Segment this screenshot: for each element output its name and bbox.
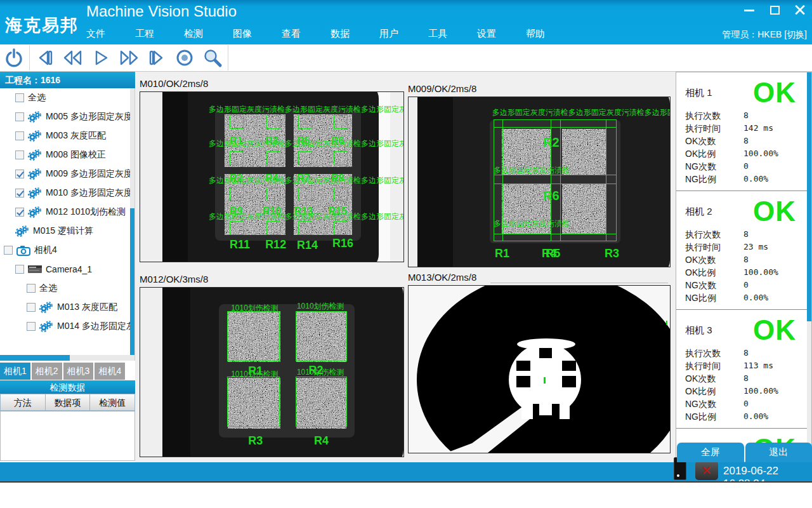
maximize-button[interactable]	[766, 3, 783, 18]
checkbox-checked[interactable]	[15, 170, 24, 178]
stat-row: NG次数0	[685, 161, 805, 174]
tree-item-M012[interactable]: M012 1010划伤检测	[0, 203, 134, 222]
annotation-box	[266, 221, 280, 235]
switch-user-link[interactable]: [切换]	[784, 29, 807, 39]
fast-forward-button[interactable]	[115, 45, 143, 70]
tree-item-M014[interactable]: M014 多边形固定灰度污渍检	[0, 317, 134, 336]
stat-value: 100.00%	[743, 267, 778, 280]
checkbox-unchecked[interactable]	[27, 322, 36, 331]
stat-label: OK次数	[685, 373, 743, 386]
status-bar: ✕ 2019-06-22 16:08:34	[0, 462, 812, 481]
checkbox-unchecked[interactable]	[15, 131, 24, 140]
tree-item-label: M003 灰度匹配	[46, 130, 106, 142]
menu-item-文件[interactable]: 文件	[86, 28, 105, 40]
menu-item-查看[interactable]: 查看	[282, 28, 301, 40]
power-button[interactable]	[0, 45, 28, 70]
tab-相机3[interactable]: 相机3	[63, 363, 94, 380]
stat-row: OK比例100.00%	[685, 267, 805, 280]
minimize-button[interactable]	[741, 3, 757, 18]
scrollbar-thumb[interactable]	[0, 355, 70, 361]
camera-view-m009: M009/OK/2ms/8 多边形固定灰度污渍检多边形固定灰度污渍检多边形固定灰…	[408, 83, 671, 267]
zoom-button[interactable]	[199, 45, 226, 70]
checkbox-unchecked[interactable]	[15, 112, 24, 121]
checkbox-unchecked[interactable]	[15, 150, 24, 159]
annotation-overlay	[409, 286, 670, 453]
tree-item-M013[interactable]: M013 灰度匹配	[0, 298, 134, 317]
annotation-label: R11	[230, 238, 250, 251]
camera-image-m012[interactable]: 1010划伤检测1010划伤检测1010划伤检测1010划伤检测R1R2R3R4	[140, 287, 404, 457]
tree-item-M015[interactable]: M015 逻辑计算	[0, 222, 134, 241]
gear-icon-wrap	[28, 149, 42, 161]
title-underline	[490, 283, 668, 283]
gear-icon	[28, 187, 42, 199]
stat-label: 执行时间	[685, 361, 743, 373]
camera-name: 相机 3	[685, 324, 712, 337]
record-button[interactable]	[171, 45, 199, 70]
annotation-overlay: 多边形固定灰度污渍检多边形固定灰度污渍检多边形固定灰度污渍检多边形固定灰度污渍检…	[409, 97, 670, 267]
camera-image-m009[interactable]: 多边形固定灰度污渍检多边形固定灰度污渍检多边形固定灰度污渍检多边形固定灰度污渍检…	[408, 97, 671, 267]
tree-item-M008[interactable]: M008 图像校正	[0, 145, 134, 164]
camera-views-area: M010/OK/2ms/8 多边形固定灰度污渍检多边形固定灰度污渍检多边形固定灰…	[135, 72, 676, 462]
tab-相机2[interactable]: 相机2	[32, 363, 62, 380]
tree-item-Camera4_1[interactable]: Camera4_1	[0, 260, 134, 279]
skip-start-button[interactable]	[31, 45, 59, 70]
menu-item-检测[interactable]: 检测	[184, 28, 203, 40]
exit-button[interactable]: 退出	[745, 443, 812, 462]
tree-item-全选[interactable]: 全选	[0, 88, 134, 107]
tree-item-label: Camera4_1	[46, 264, 92, 274]
tree-horizontal-scrollbar[interactable]	[0, 355, 135, 361]
tab-相机4[interactable]: 相机4	[95, 363, 125, 380]
menu-item-工具[interactable]: 工具	[428, 28, 447, 40]
stat-label: NG次数	[685, 161, 743, 174]
tab-相机1[interactable]: 相机1	[0, 363, 30, 380]
menu-item-图像[interactable]: 图像	[233, 28, 252, 40]
scrollbar-thumb[interactable]	[130, 208, 134, 355]
title-bar: 海克易邦 Machine Vision Studio ✕ 文件工程检测图像查看数…	[0, 0, 812, 44]
close-button[interactable]: ✕	[792, 3, 808, 18]
checkbox-checked[interactable]	[15, 189, 24, 197]
tree-vertical-scrollbar[interactable]	[130, 88, 134, 355]
checkbox-unchecked[interactable]	[15, 93, 24, 102]
stat-label: 执行次数	[685, 229, 743, 242]
annotation-box	[298, 221, 312, 235]
rewind-button[interactable]	[59, 45, 87, 70]
tree-item-全选[interactable]: 全选	[0, 279, 134, 298]
checkbox-unchecked[interactable]	[27, 303, 36, 312]
stat-value: 100.00%	[743, 149, 778, 161]
skip-end-button[interactable]	[143, 45, 171, 70]
stats-scrollbar[interactable]	[807, 72, 811, 462]
stat-label: 执行次数	[685, 110, 743, 123]
tree-item-M010[interactable]: M010 多边形固定灰度污渍检	[0, 184, 134, 203]
tree-item-M009[interactable]: M009 多边形固定灰度污渍检	[0, 164, 134, 184]
checkbox-checked[interactable]	[15, 208, 24, 217]
gear-icon	[39, 302, 53, 313]
play-button[interactable]	[87, 45, 115, 70]
gear-icon	[28, 149, 42, 161]
stat-row: OK次数8	[685, 255, 805, 267]
checkbox-unchecked[interactable]	[27, 284, 36, 293]
stats-group-相机3: 相机 3OK执行次数8执行时间113 msOK次数8OK比例100.00%NG次…	[676, 310, 811, 429]
annotation-overlay: 多边形固定灰度污渍检多边形固定灰度污渍检多边形固定灰度污渍检R1R3R5R6多边…	[140, 92, 403, 262]
checkbox-unchecked[interactable]	[15, 265, 24, 274]
menu-item-数据[interactable]: 数据	[331, 28, 350, 40]
tree-item-相机4[interactable]: 相机4	[0, 241, 134, 260]
menu-item-用户[interactable]: 用户	[379, 28, 398, 40]
stat-label: OK次数	[685, 136, 743, 149]
tree-item-M005[interactable]: M005 多边形固定灰度污渍检	[0, 107, 134, 126]
camera-image-m013[interactable]	[408, 285, 671, 453]
scrollbar-thumb[interactable]	[807, 72, 811, 321]
annotation-box	[266, 187, 280, 201]
annotation-hl	[494, 234, 617, 234]
annotation-label: R1	[495, 247, 509, 260]
checkbox-unchecked[interactable]	[4, 246, 13, 255]
tree-item-label: 全选	[39, 283, 57, 294]
camera-image-m010[interactable]: 多边形固定灰度污渍检多边形固定灰度污渍检多边形固定灰度污渍检R1R3R5R6多边…	[140, 91, 404, 262]
menu-item-工程[interactable]: 工程	[135, 28, 154, 40]
menu-item-帮助[interactable]: 帮助	[526, 28, 545, 40]
menu-item-设置[interactable]: 设置	[477, 28, 496, 40]
tree-item-label: M010 多边形固定灰度污渍检	[46, 187, 134, 199]
annotation-box	[266, 151, 280, 165]
fullscreen-button[interactable]: 全屏	[677, 443, 744, 462]
tree-item-M003[interactable]: M003 灰度匹配	[0, 126, 134, 145]
annotation-label: R16	[332, 237, 353, 250]
